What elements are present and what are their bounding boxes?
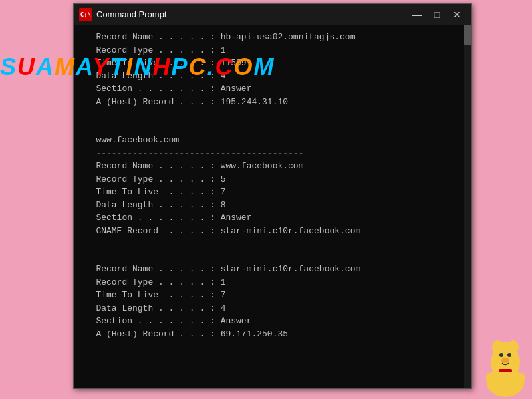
line: Time To Live . . . . : 7 bbox=[80, 186, 456, 199]
empty-line bbox=[80, 250, 456, 263]
line: Record Type . . . . . : 1 bbox=[80, 44, 456, 57]
line: Section . . . . . . . : Answer bbox=[80, 82, 456, 96]
svg-point-0 bbox=[487, 368, 524, 397]
line: Data Length . . . . . : 8 bbox=[80, 199, 456, 212]
titlebar-icon: C:\ bbox=[79, 8, 92, 21]
line: Record Type . . . . . : 5 bbox=[80, 173, 456, 186]
maximize-button[interactable]: □ bbox=[428, 7, 446, 22]
empty-line bbox=[80, 108, 456, 121]
close-button[interactable]: ✕ bbox=[448, 7, 466, 22]
line: Record Type . . . . . : 1 bbox=[80, 276, 456, 289]
svg-point-7 bbox=[501, 358, 509, 363]
svg-rect-10 bbox=[499, 369, 512, 372]
scrollbar-track[interactable] bbox=[464, 25, 471, 388]
line: Time To Live . . . . : 7 bbox=[80, 289, 456, 302]
terminal-body[interactable]: Record Name . . . . . : hb-api-usa02.omn… bbox=[74, 25, 471, 388]
svg-point-1 bbox=[491, 346, 520, 379]
command-prompt-window: C:\ Command Prompt — □ ✕ Record Name . .… bbox=[73, 3, 472, 389]
line: Section . . . . . . . : Answer bbox=[80, 315, 456, 328]
line: Time To Live . . . . : 11509 bbox=[80, 57, 456, 70]
svg-point-3 bbox=[492, 340, 503, 354]
svg-point-4 bbox=[508, 340, 519, 354]
line: CNAME Record . . . . : star-mini.c10r.fa… bbox=[80, 225, 456, 238]
titlebar-buttons: — □ ✕ bbox=[408, 7, 466, 22]
line: A (Host) Record . . . : 69.171.250.35 bbox=[80, 328, 456, 341]
line: Record Name . . . . . : star-mini.c10r.f… bbox=[80, 263, 456, 276]
line: A (Host) Record . . . : 195.244.31.10 bbox=[80, 96, 456, 109]
line: Data Length . . . . . : 4 bbox=[80, 70, 456, 83]
empty-line bbox=[80, 237, 456, 250]
minimize-button[interactable]: — bbox=[408, 7, 426, 22]
svg-point-9 bbox=[510, 371, 527, 394]
svg-point-8 bbox=[483, 371, 500, 394]
line: Record Name . . . . . : www.facebook.com bbox=[80, 160, 456, 173]
titlebar: C:\ Command Prompt — □ ✕ bbox=[74, 4, 471, 25]
svg-point-2 bbox=[493, 342, 517, 366]
separator-line: ---------------------------------------- bbox=[80, 147, 456, 160]
svg-point-5 bbox=[499, 353, 503, 357]
scrollbar-thumb[interactable] bbox=[464, 25, 471, 45]
line: www.facebook.com bbox=[80, 134, 456, 147]
cartoon-character bbox=[479, 319, 532, 399]
terminal-content: Record Name . . . . . : hb-api-usa02.omn… bbox=[80, 31, 456, 340]
line: Section . . . . . . . : Answer bbox=[80, 211, 456, 225]
titlebar-title: Command Prompt bbox=[96, 9, 408, 19]
empty-line bbox=[80, 121, 456, 134]
line: Record Name . . . . . : hb-api-usa02.omn… bbox=[80, 31, 456, 44]
line: Data Length . . . . . : 4 bbox=[80, 302, 456, 315]
svg-point-6 bbox=[507, 353, 511, 357]
